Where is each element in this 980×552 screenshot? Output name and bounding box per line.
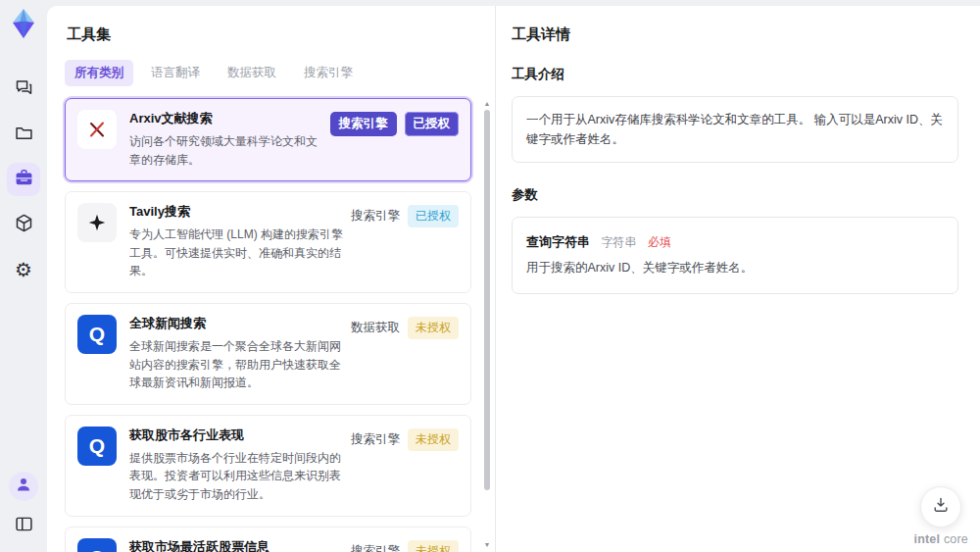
tool-name: 获取市场最活跃股票信息 [129, 538, 345, 552]
sidebar-item-files[interactable] [7, 118, 40, 151]
global-news-icon: Q [77, 315, 117, 354]
cube-icon [14, 213, 34, 237]
param-description: 用于搜索的Arxiv ID、关键字或作者姓名。 [526, 260, 944, 276]
tool-card-sector-performance[interactable]: Q 获取股市各行业表现 提供股票市场各个行业在特定时间段内的表现。投资者可以利用… [65, 415, 471, 517]
detail-title: 工具详情 [512, 25, 958, 44]
sidebar: ⚙ [0, 0, 47, 552]
download-button[interactable] [920, 486, 961, 527]
scroll-down-arrow[interactable]: ▼ [482, 541, 492, 548]
tool-card-tavily[interactable]: Tavily搜索 专为人工智能代理 (LLM) 构建的搜索引擎工具。可快速提供实… [65, 191, 471, 293]
user-avatar-button[interactable] [9, 472, 38, 501]
category-tabs: 所有类别 语言翻译 数据获取 搜索引擎 [65, 60, 481, 86]
sidebar-item-models[interactable] [7, 208, 40, 241]
category-badge: 搜索引擎 [330, 112, 397, 136]
scroll-up-arrow[interactable]: ▲ [482, 100, 492, 107]
panel-layout-icon [14, 514, 34, 538]
briefcase-icon [14, 168, 34, 192]
stock-sector-icon: Q [77, 427, 117, 466]
sidebar-item-settings[interactable]: ⚙ [7, 253, 40, 286]
tool-description: 专为人工智能代理 (LLM) 构建的搜索引擎工具。可快速提供实时、准确和真实的结… [129, 226, 345, 280]
tool-description: 全球新闻搜索是一个聚合全球各大新闻网站内容的搜索引擎，帮助用户快速获取全球最新资… [129, 337, 345, 392]
params-heading: 参数 [512, 186, 958, 204]
param-type: 字符串 [601, 235, 636, 249]
auth-badge: 已授权 [405, 112, 460, 136]
tool-description: 访问各个研究领域大量科学论文和文章的存储库。 [129, 132, 324, 169]
gear-icon: ⚙ [15, 260, 32, 279]
tool-description: 提供股票市场各个行业在特定时间段内的表现。投资者可以利用这些信息来识别表现优于或… [129, 449, 345, 504]
app-logo-icon [8, 8, 39, 39]
tool-list-pane: 工具集 所有类别 语言翻译 数据获取 搜索引擎 A [47, 6, 495, 552]
category-badge: 搜索引擎 [351, 208, 400, 225]
scrollbar[interactable]: ▲ ▼ [482, 100, 492, 548]
tool-name: Tavily搜索 [129, 203, 345, 221]
sidebar-bottom [7, 472, 40, 552]
tool-name: 全球新闻搜索 [129, 315, 345, 332]
tool-card-list: Arxiv文献搜索 访问各个研究领域大量科学论文和文章的存储库。 搜索引擎 已授… [65, 98, 481, 552]
chat-icon [14, 77, 34, 102]
intro-heading: 工具介绍 [512, 66, 958, 83]
auth-badge: 未授权 [408, 317, 459, 339]
auth-badge: 已授权 [408, 205, 459, 227]
tool-detail-pane: 工具详情 工具介绍 一个用于从Arxiv存储库搜索科学论文和文章的工具。 输入可… [496, 6, 980, 552]
page-title: 工具集 [67, 25, 481, 44]
sidebar-item-chat[interactable] [7, 73, 40, 106]
auth-badge: 未授权 [408, 540, 459, 552]
category-badge: 数据获取 [351, 320, 400, 336]
tab-all-categories[interactable]: 所有类别 [65, 60, 133, 86]
tool-card-active-stocks[interactable]: Q 获取市场最活跃股票信息 提供当天交易量最高的股票列表，投资者可以利用这些信息… [65, 527, 471, 552]
tool-name: 获取股市各行业表现 [129, 427, 345, 444]
active-stocks-icon: Q [77, 538, 117, 552]
tab-search-engine[interactable]: 搜索引擎 [294, 60, 363, 86]
app-window: ⚙ [0, 0, 980, 552]
sidebar-item-tools[interactable] [7, 163, 40, 196]
category-badge: 搜索引擎 [351, 431, 400, 448]
tool-card-global-news[interactable]: Q 全球新闻搜索 全球新闻搜索是一个聚合全球各大新闻网站内容的搜索引擎，帮助用户… [65, 303, 471, 405]
tool-intro-text: 一个用于从Arxiv存储库搜索科学论文和文章的工具。 输入可以是Arxiv ID… [512, 96, 958, 163]
tab-language-translation[interactable]: 语言翻译 [141, 60, 210, 86]
scrollbar-thumb[interactable] [484, 110, 490, 490]
parameter-card: 查询字符串 字符串 必填 用于搜索的Arxiv ID、关键字或作者姓名。 [512, 217, 958, 294]
download-icon [931, 495, 951, 519]
tab-data-fetch[interactable]: 数据获取 [218, 60, 286, 86]
tool-name: Arxiv文献搜索 [129, 110, 324, 127]
arxiv-icon [77, 110, 117, 149]
param-required-badge: 必填 [648, 235, 671, 249]
folder-icon [14, 123, 34, 147]
main-content: 工具集 所有类别 语言翻译 数据获取 搜索引擎 A [47, 6, 980, 552]
tool-card-arxiv[interactable]: Arxiv文献搜索 访问各个研究领域大量科学论文和文章的存储库。 搜索引擎 已授… [65, 98, 471, 181]
auth-badge: 未授权 [408, 428, 459, 451]
user-icon [15, 476, 32, 497]
collapse-sidebar-button[interactable] [7, 509, 40, 542]
tavily-icon [77, 203, 117, 242]
corner-widget: intel core [913, 486, 968, 546]
param-name: 查询字符串 [526, 234, 590, 249]
intel-core-logo: intel core [913, 532, 968, 546]
category-badge: 搜索引擎 [351, 543, 400, 552]
